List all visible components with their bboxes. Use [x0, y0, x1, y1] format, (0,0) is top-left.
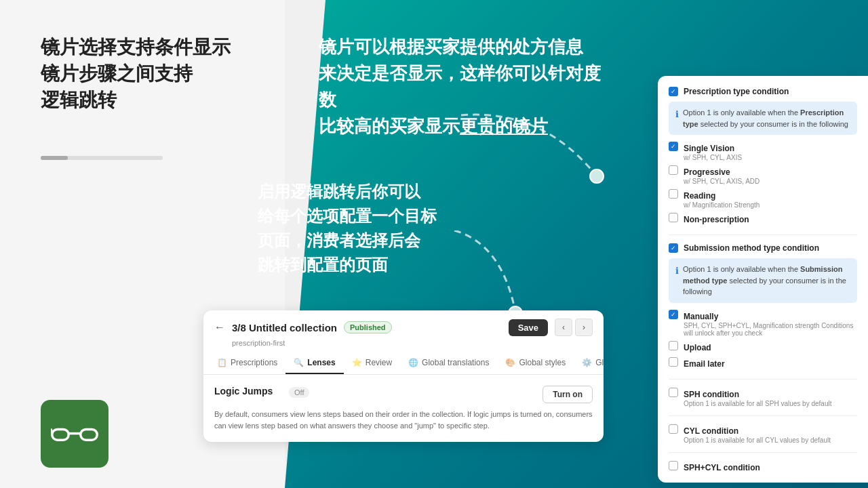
- cyl-condition-checkbox[interactable]: [669, 424, 678, 434]
- option-single-vision: Single Vision w/ SPH, CYL, AXIS: [669, 142, 857, 161]
- prescription-type-checkbox[interactable]: [669, 87, 678, 96]
- sph-condition-label: SPH condition: [684, 390, 739, 399]
- sph-condition-sub: Option 1 is available for all SPH values…: [684, 400, 831, 407]
- published-badge: Published: [344, 321, 392, 333]
- info-icon-1: ℹ: [675, 108, 679, 129]
- email-later-label: Email later: [684, 359, 725, 369]
- divider-1: [669, 235, 857, 235]
- manually-sub: SPH, CYL, SPH+CYL, Magnification strengt…: [684, 322, 857, 337]
- sph-condition-row: SPH condition Option 1 is available for …: [669, 388, 857, 407]
- progressive-sub: w/ SPH, CYL, AXIS, ADD: [684, 178, 760, 185]
- submission-method-info-text: Option 1 is only available when the Subm…: [683, 264, 850, 298]
- prescription-type-section: Prescription type condition ℹ Option 1 i…: [669, 87, 857, 225]
- submission-method-checkbox[interactable]: [669, 243, 678, 253]
- reading-checkbox[interactable]: [669, 189, 678, 199]
- bottom-text-line2: 给每个选项配置一个目标: [258, 204, 515, 228]
- reading-label-group: Reading w/ Magnification Strength: [684, 189, 760, 209]
- sph-cyl-condition-checkbox[interactable]: [669, 461, 678, 470]
- logic-jumps-row: Logic Jumps Off Turn on: [214, 386, 593, 403]
- manually-checkbox[interactable]: [669, 310, 678, 319]
- upload-label: Upload: [684, 343, 711, 352]
- upload-checkbox[interactable]: [669, 341, 678, 350]
- info-icon-2: ℹ: [675, 264, 679, 298]
- progressive-checkbox[interactable]: [669, 165, 678, 175]
- next-button[interactable]: ›: [575, 319, 593, 336]
- svg-rect-0: [52, 429, 69, 440]
- sph-cyl-condition-label-group: SPH+CYL condition: [684, 461, 760, 473]
- prescription-type-header: Prescription type condition: [669, 87, 857, 96]
- progressive-label: Progressive: [684, 167, 730, 177]
- single-vision-sub: w/ SPH, CYL, AXIS: [684, 154, 742, 161]
- save-button[interactable]: Save: [509, 319, 548, 336]
- option-progressive: Progressive w/ SPH, CYL, AXIS, ADD: [669, 165, 857, 185]
- tab-global-styles-label: Global styles: [519, 358, 566, 367]
- tab-lenses[interactable]: 🔍 Lenses: [285, 352, 343, 374]
- top-text-line2: 来决定是否显示，这样你可以针对度数: [319, 60, 610, 113]
- tab-global-settings-label: Global settings: [595, 358, 604, 367]
- collection-title: 3/8 Untitled collection: [232, 322, 337, 333]
- lenses-icon: 🔍: [294, 358, 304, 367]
- turn-on-button[interactable]: Turn on: [542, 386, 593, 403]
- prev-button[interactable]: ‹: [555, 319, 572, 336]
- progress-bar-fill: [41, 156, 68, 160]
- cyl-condition-sub: Option 1 is available for all CYL values…: [684, 436, 831, 444]
- option-reading: Reading w/ Magnification Strength: [669, 189, 857, 209]
- svg-line-3: [51, 429, 52, 434]
- single-vision-checkbox[interactable]: [669, 142, 678, 151]
- option-email-later: Email later: [669, 357, 857, 369]
- divider-3: [669, 415, 857, 416]
- tab-global-styles[interactable]: 🎨 Global styles: [497, 352, 574, 374]
- editor-content: Logic Jumps Off Turn on By default, cons…: [203, 375, 604, 442]
- sph-condition-checkbox[interactable]: [669, 388, 678, 397]
- right-conditions-card: Prescription type condition ℹ Option 1 i…: [658, 76, 868, 483]
- review-icon: ⭐: [352, 358, 362, 367]
- manually-label: Manually: [684, 312, 718, 321]
- tab-review-label: Review: [366, 358, 392, 367]
- svg-rect-1: [81, 429, 98, 440]
- cyl-condition-label: CYL condition: [684, 426, 738, 436]
- left-heading: 镜片选择支持条件显示 镜片步骤之间支持 逻辑跳转: [41, 34, 264, 114]
- progress-bar: [41, 156, 163, 160]
- logic-off-badge: Off: [289, 387, 309, 398]
- prescription-type-info-text: Option 1 is only available when the Pres…: [683, 107, 850, 129]
- top-text-line1: 镜片可以根据买家提供的处方信息: [319, 34, 610, 60]
- option-non-prescription: Non-prescription: [669, 213, 857, 225]
- bottom-text-line1: 启用逻辑跳转后你可以: [258, 180, 515, 204]
- email-later-label-group: Email later: [684, 357, 725, 369]
- tabs-bar: 📋 Prescriptions 🔍 Lenses ⭐ Review 🌐 Glob…: [203, 352, 604, 375]
- global-styles-icon: 🎨: [505, 358, 515, 367]
- submission-method-header: Submission method type condition: [669, 243, 857, 253]
- reading-sub: w/ Magnification Strength: [684, 201, 760, 209]
- tab-prescriptions[interactable]: 📋 Prescriptions: [209, 352, 285, 374]
- back-button[interactable]: ←: [214, 321, 225, 333]
- tab-global-settings[interactable]: ⚙️ Global settings: [574, 352, 604, 374]
- tab-global-translations[interactable]: 🌐 Global translations: [400, 352, 497, 374]
- cyl-condition-label-group: CYL condition Option 1 is available for …: [684, 424, 831, 444]
- email-later-checkbox[interactable]: [669, 357, 678, 367]
- tab-global-translations-label: Global translations: [422, 358, 489, 367]
- logo-icon: [51, 420, 98, 447]
- upload-label-group: Upload: [684, 341, 711, 353]
- divider-2: [669, 379, 857, 380]
- sph-cyl-condition-label: SPH+CYL condition: [684, 463, 760, 472]
- logic-description: By default, consumers view lens steps ba…: [214, 409, 593, 431]
- prescription-type-title: Prescription type condition: [684, 87, 789, 96]
- global-settings-icon: ⚙️: [582, 358, 592, 367]
- global-translations-icon: 🌐: [408, 358, 418, 367]
- reading-label: Reading: [684, 191, 715, 201]
- divider-4: [669, 452, 857, 453]
- tab-lenses-label: Lenses: [307, 358, 335, 367]
- progressive-label-group: Progressive w/ SPH, CYL, AXIS, ADD: [684, 165, 760, 185]
- submission-method-info: ℹ Option 1 is only available when the Su…: [669, 258, 857, 303]
- option-manually: Manually SPH, CYL, SPH+CYL, Magnificatio…: [669, 310, 857, 337]
- left-panel-text: 镜片选择支持条件显示 镜片步骤之间支持 逻辑跳转: [41, 34, 264, 114]
- non-prescription-label-group: Non-prescription: [684, 213, 749, 225]
- tab-review[interactable]: ⭐ Review: [344, 352, 400, 374]
- option-upload: Upload: [669, 341, 857, 353]
- single-vision-label-group: Single Vision w/ SPH, CYL, AXIS: [684, 142, 742, 161]
- tab-prescriptions-label: Prescriptions: [231, 358, 277, 367]
- editor-card: ← 3/8 Untitled collection Published Save…: [203, 310, 604, 442]
- sph-condition-label-group: SPH condition Option 1 is available for …: [684, 388, 831, 407]
- non-prescription-checkbox[interactable]: [669, 213, 678, 222]
- prescriptions-icon: 📋: [217, 358, 227, 367]
